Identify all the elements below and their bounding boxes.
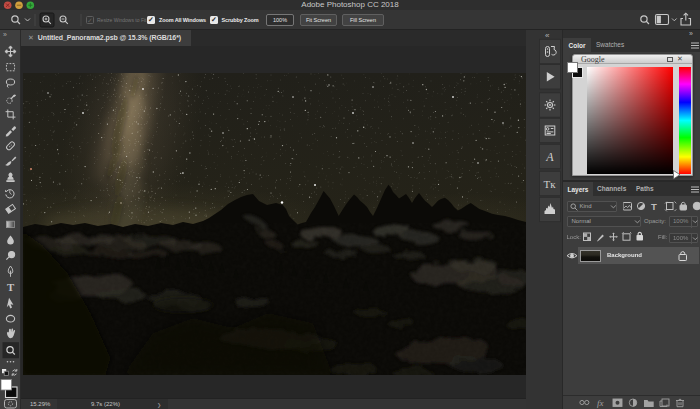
svg-text:»: » xyxy=(3,31,7,38)
svg-text:T: T xyxy=(651,201,657,212)
svg-text:fx: fx xyxy=(597,398,604,408)
svg-text:A: A xyxy=(545,150,554,164)
svg-text:T: T xyxy=(7,281,15,293)
svg-text:«: « xyxy=(545,31,550,40)
svg-text:Tк: Tк xyxy=(543,178,556,190)
